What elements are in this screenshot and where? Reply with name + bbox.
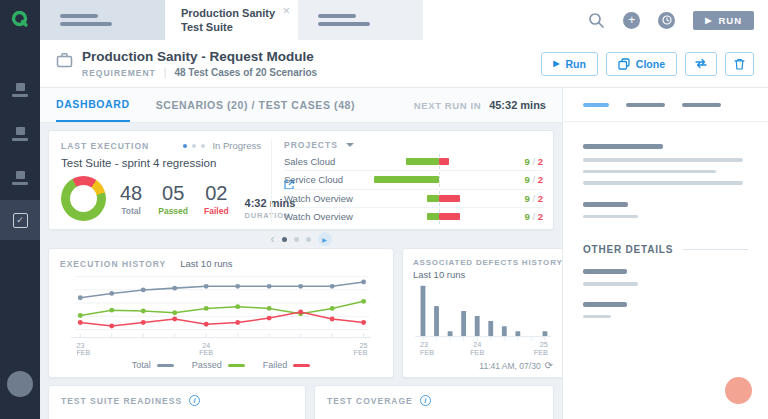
passed-bar bbox=[374, 176, 440, 183]
sidebar-item-2[interactable] bbox=[0, 112, 40, 156]
legend-swatch bbox=[293, 364, 310, 367]
refresh-icon[interactable]: ⟳ bbox=[545, 361, 553, 371]
placeholder-text-bar bbox=[583, 170, 716, 174]
bar-axis bbox=[439, 172, 440, 187]
chevron-down-icon bbox=[346, 143, 354, 147]
projects-heading: PROJECTS bbox=[284, 140, 338, 150]
coverage-heading: TEST COVERAGE bbox=[327, 396, 413, 406]
progress-dot bbox=[183, 144, 187, 148]
project-name: Sales Cloud bbox=[284, 156, 368, 167]
details-tab[interactable] bbox=[626, 103, 665, 107]
status-badge: In Progress bbox=[183, 140, 261, 151]
clone-button[interactable]: Clone bbox=[606, 52, 677, 76]
execution-donut bbox=[61, 176, 106, 221]
trash-icon bbox=[734, 58, 745, 70]
failed-bar bbox=[439, 158, 449, 165]
execution-stat-failed: 02Failed bbox=[204, 182, 229, 216]
project-row[interactable]: Watch Overview9 / 2 bbox=[284, 189, 543, 207]
play-icon: ▶ bbox=[705, 16, 712, 25]
svg-text:24FEB: 24FEB bbox=[199, 342, 213, 358]
sidebar-item-3[interactable] bbox=[0, 156, 40, 200]
execution-history-card: EXECUTION HISTORY Last 10 runs 23FEB24FE… bbox=[48, 248, 394, 378]
sidebar-item-1[interactable] bbox=[0, 68, 40, 112]
run-button-global[interactable]: ▶ RUN bbox=[693, 11, 754, 30]
clock-icon[interactable] bbox=[658, 12, 675, 29]
passed-bar bbox=[427, 213, 439, 220]
execution-history-heading: EXECUTION HISTORY bbox=[60, 259, 166, 269]
sidebar-item-test-suites[interactable]: ✓ bbox=[0, 200, 40, 240]
legend-item-total: Total bbox=[132, 360, 174, 370]
tab-dashboard[interactable]: DASHBOARD bbox=[56, 88, 130, 122]
placeholder-heading-bar bbox=[583, 202, 628, 207]
tab-title: Production Sanity Test Suite bbox=[177, 6, 275, 35]
tab-production-sanity[interactable]: Production Sanity Test Suite × bbox=[165, 0, 298, 40]
left-sidebar: ✓ bbox=[0, 40, 40, 419]
execution-history-subtitle: Last 10 runs bbox=[180, 258, 232, 269]
floating-action-button[interactable] bbox=[725, 377, 752, 404]
page-subtitle: REQUIREMENT | 48 Test Cases of 20 Scenar… bbox=[82, 67, 317, 78]
subtitle-separator: | bbox=[164, 67, 167, 78]
page-title: Production Sanity - Request Module bbox=[82, 49, 317, 64]
app-logo[interactable] bbox=[0, 0, 40, 40]
stat-value: 05 bbox=[158, 182, 188, 205]
placeholder-text-bar bbox=[583, 315, 611, 319]
schedule-button[interactable] bbox=[685, 52, 717, 76]
delete-button[interactable] bbox=[725, 52, 754, 76]
legend-label: Total bbox=[132, 360, 151, 370]
add-icon[interactable]: + bbox=[623, 12, 640, 29]
stat-label: Total bbox=[120, 206, 142, 216]
project-bar bbox=[368, 213, 505, 220]
run-button[interactable]: ▶ Run bbox=[541, 52, 598, 76]
legend-swatch bbox=[157, 364, 174, 367]
test-suite-readiness-card: TEST SUITE READINESS i bbox=[48, 385, 306, 419]
project-bar bbox=[368, 176, 505, 183]
project-counts: 9 / 2 bbox=[505, 156, 543, 167]
project-row[interactable]: Service Cloud9 / 2 bbox=[284, 170, 543, 188]
avatar[interactable] bbox=[7, 371, 33, 397]
carousel-play-icon[interactable]: ▶ bbox=[318, 232, 332, 246]
carousel-dot[interactable] bbox=[294, 237, 299, 242]
svg-text:25FEB: 25FEB bbox=[534, 340, 548, 357]
placeholder-text-bar bbox=[583, 181, 743, 185]
placeholder-text-bar bbox=[583, 158, 743, 162]
carousel-dot[interactable] bbox=[306, 237, 311, 242]
svg-text:25FEB: 25FEB bbox=[354, 342, 368, 358]
carousel-prev-icon[interactable]: ‹ bbox=[271, 233, 275, 245]
svg-text:23FEB: 23FEB bbox=[76, 342, 90, 358]
projects-dropdown[interactable]: PROJECTS bbox=[284, 140, 543, 150]
status-text: In Progress bbox=[212, 140, 261, 151]
defects-timestamp: 11:41 AM, 07/30 bbox=[479, 361, 540, 371]
execution-name: Test Suite - sprint 4 regression bbox=[61, 157, 271, 169]
info-icon[interactable]: i bbox=[420, 395, 431, 406]
details-tab[interactable] bbox=[682, 103, 721, 107]
tab-scenarios-testcases[interactable]: SCENARIOS (20) / TEST CASES (48) bbox=[156, 88, 355, 122]
placeholder-heading-bar bbox=[583, 302, 627, 307]
svg-text:23FEB: 23FEB bbox=[420, 340, 434, 357]
defects-heading: ASSOCIATED DEFECTS HISTORY bbox=[413, 258, 553, 267]
details-tab-active[interactable] bbox=[583, 103, 609, 107]
last-execution-card: LAST EXECUTION In Progress Test Suite - … bbox=[48, 130, 554, 230]
info-icon[interactable]: i bbox=[189, 395, 200, 406]
search-icon[interactable] bbox=[588, 12, 605, 29]
execution-stat-total: 48Total bbox=[120, 182, 142, 216]
carousel-controls: ‹ ▶ bbox=[48, 230, 554, 248]
next-run: NEXT RUN IN 45:32 mins bbox=[414, 88, 546, 122]
header-actions: ▶ Run Clone bbox=[541, 52, 754, 76]
chart-legend: TotalPassedFailed bbox=[60, 358, 382, 373]
nav-placeholder-icon bbox=[12, 127, 28, 141]
close-icon[interactable]: × bbox=[282, 4, 290, 17]
tab-placeholder-2[interactable] bbox=[298, 0, 423, 40]
project-row[interactable]: Sales Cloud9 / 2 bbox=[284, 153, 543, 170]
q-logo-icon bbox=[9, 9, 31, 31]
execution-history-chart: 23FEB24FEB25FEB bbox=[60, 271, 382, 358]
section-tabs: DASHBOARD SCENARIOS (20) / TEST CASES (4… bbox=[40, 88, 562, 123]
tab-placeholder-1[interactable] bbox=[40, 0, 165, 40]
execution-stat-passed: 05Passed bbox=[158, 182, 188, 216]
project-counts: 9 / 2 bbox=[505, 174, 543, 185]
testcase-count: 48 Test Cases of 20 Scenarios bbox=[174, 67, 317, 78]
dashboard-content: DASHBOARD SCENARIOS (20) / TEST CASES (4… bbox=[40, 88, 562, 419]
project-bar bbox=[368, 195, 505, 202]
project-row[interactable]: Watch Overview9 / 2 bbox=[284, 207, 543, 225]
carousel-dot-active[interactable] bbox=[282, 237, 287, 242]
clone-icon bbox=[618, 58, 630, 70]
